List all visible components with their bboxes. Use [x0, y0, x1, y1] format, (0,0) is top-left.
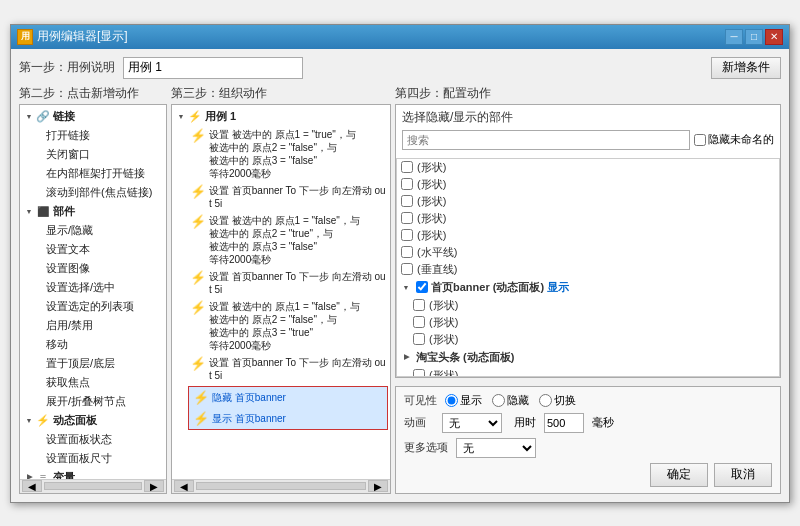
radio-toggle[interactable]: 切换: [539, 393, 576, 408]
maximize-button[interactable]: □: [745, 29, 763, 45]
hide-unnamed-checkbox[interactable]: [694, 134, 706, 146]
comp-item-3[interactable]: (形状): [397, 193, 779, 210]
time-label: 用时: [514, 415, 536, 430]
action-set-list-item[interactable]: 设置选定的列表项: [22, 297, 164, 316]
title-buttons: ─ □ ✕: [725, 29, 783, 45]
action-open-link[interactable]: 打开链接: [22, 126, 164, 145]
cancel-button[interactable]: 取消: [714, 463, 772, 487]
animation-select[interactable]: 无: [442, 413, 502, 433]
radio-show-input[interactable]: [445, 394, 458, 407]
scroll-right[interactable]: ▶: [144, 480, 164, 492]
comp-item-b2[interactable]: (形状): [397, 314, 779, 331]
comp-item-vline[interactable]: (垂直线): [397, 261, 779, 278]
radio-hide[interactable]: 隐藏: [492, 393, 529, 408]
comp-checkbox-2[interactable]: [401, 178, 413, 190]
comp-item-b1[interactable]: (形状): [397, 297, 779, 314]
comp-checkbox-b1[interactable]: [413, 299, 425, 311]
banner-section[interactable]: 首页banner (动态面板) 显示: [397, 278, 779, 297]
comp-checkbox-5[interactable]: [401, 229, 413, 241]
action-show-hide[interactable]: 显示/隐藏: [22, 221, 164, 240]
close-button[interactable]: ✕: [765, 29, 783, 45]
section-variable[interactable]: ≡ 变量: [22, 468, 164, 479]
comp-label-4: (形状): [417, 211, 446, 226]
action-top-bottom[interactable]: 置于顶层/底层: [22, 354, 164, 373]
comp-checkbox-b3[interactable]: [413, 333, 425, 345]
comp-item-t1[interactable]: (形状): [397, 367, 779, 377]
bolt-icon-1: ⚡: [190, 128, 206, 143]
action-set-panel-state-label: 设置面板状态: [46, 432, 112, 447]
action-enable-disable[interactable]: 启用/禁用: [22, 316, 164, 335]
step1-row: 第一步：用例说明 新增条件: [19, 57, 781, 79]
radio-hide-input[interactable]: [492, 394, 505, 407]
action-open-in-frame[interactable]: 在内部框架打开链接: [22, 164, 164, 183]
action-move[interactable]: 移动: [22, 335, 164, 354]
comp-checkbox-4[interactable]: [401, 212, 413, 224]
action-expand-tree[interactable]: 展开/折叠树节点: [22, 392, 164, 411]
time-input[interactable]: [544, 413, 584, 433]
section-parts[interactable]: ⬛ 部件: [22, 202, 164, 221]
action-item-2[interactable]: ⚡ 设置 首页banner To 下一步 向左滑动 out 5i: [188, 182, 388, 212]
search-input[interactable]: [402, 130, 690, 150]
comp-item-4[interactable]: (形状): [397, 210, 779, 227]
section-dynamic-panel[interactable]: ⚡ 动态面板: [22, 411, 164, 430]
radio-toggle-input[interactable]: [539, 394, 552, 407]
scroll-left[interactable]: ◀: [22, 480, 42, 492]
comp-item-hline[interactable]: (水平线): [397, 244, 779, 261]
action-item-7[interactable]: ⚡ 隐藏 首页banner: [189, 387, 387, 408]
action-scroll-to[interactable]: 滚动到部件(焦点链接): [22, 183, 164, 202]
scroll-right2[interactable]: ▶: [368, 480, 388, 492]
action-group-3: ⚡ 设置 被选中的 原点1 = "false"，与被选中的 原点2 = "fal…: [188, 298, 388, 384]
action-set-panel-size[interactable]: 设置面板尺寸: [22, 449, 164, 468]
action-item-3[interactable]: ⚡ 设置 被选中的 原点1 = "false"，与被选中的 原点2 = "tru…: [188, 212, 388, 268]
action-item-8[interactable]: ⚡ 显示 首页banner: [189, 408, 387, 429]
action-focus[interactable]: 获取焦点: [22, 373, 164, 392]
ok-button[interactable]: 确定: [650, 463, 708, 487]
step3-scrollbar[interactable]: ◀ ▶: [172, 479, 390, 493]
action-text-4: 设置 首页banner To 下一步 向左滑动 out 5i: [209, 270, 386, 296]
bottom-config: 可见性 显示 隐藏 切换: [395, 386, 781, 494]
more-options-select[interactable]: 无: [456, 438, 536, 458]
comp-checkbox-vline[interactable]: [401, 263, 413, 275]
root-icon: ⚡: [188, 109, 202, 123]
comp-item-b3[interactable]: (形状): [397, 331, 779, 348]
section-link[interactable]: 🔗 链接: [22, 107, 164, 126]
comp-checkbox-b2[interactable]: [413, 316, 425, 328]
hide-unnamed-label[interactable]: 隐藏未命名的: [694, 132, 774, 147]
action-item-4[interactable]: ⚡ 设置 首页banner To 下一步 向左滑动 out 5i: [188, 268, 388, 298]
step3-root[interactable]: ⚡ 用例 1: [174, 107, 388, 126]
comp-checkbox-3[interactable]: [401, 195, 413, 207]
action-text-2: 设置 首页banner To 下一步 向左滑动 out 5i: [209, 184, 386, 210]
action-set-panel-state[interactable]: 设置面板状态: [22, 430, 164, 449]
action-open-link-label: 打开链接: [46, 128, 90, 143]
action-set-list-item-label: 设置选定的列表项: [46, 299, 134, 314]
taobao-label: 淘宝头条 (动态面板): [416, 350, 514, 365]
action-set-text[interactable]: 设置文本: [22, 240, 164, 259]
action-item-1[interactable]: ⚡ 设置 被选中的 原点1 = "true"，与被选中的 原点2 = "fals…: [188, 126, 388, 182]
comp-checkbox-t1[interactable]: [413, 369, 425, 377]
visibility-radio-group: 显示 隐藏 切换: [445, 393, 576, 408]
action-set-selected[interactable]: 设置选择/选中: [22, 278, 164, 297]
step2-scrollbar[interactable]: ◀ ▶: [20, 479, 166, 493]
comp-checkbox-1[interactable]: [401, 161, 413, 173]
new-condition-button[interactable]: 新增条件: [711, 57, 781, 79]
radio-show[interactable]: 显示: [445, 393, 482, 408]
action-item-5[interactable]: ⚡ 设置 被选中的 原点1 = "false"，与被选中的 原点2 = "fal…: [188, 298, 388, 354]
comp-item-2[interactable]: (形状): [397, 176, 779, 193]
step1-input[interactable]: [123, 57, 303, 79]
scroll-left2[interactable]: ◀: [174, 480, 194, 492]
part-icon: ⬛: [36, 204, 50, 218]
action-open-in-frame-label: 在内部框架打开链接: [46, 166, 145, 181]
step3-panel-content: ⚡ 用例 1 ⚡ 设置 被选中的 原点1 = "true"，与被选中的 原点2 …: [172, 105, 390, 479]
comp-item-5[interactable]: (形状): [397, 227, 779, 244]
action-set-image[interactable]: 设置图像: [22, 259, 164, 278]
action-item-6[interactable]: ⚡ 设置 首页banner To 下一步 向左滑动 out 5i: [188, 354, 388, 384]
action-close-window[interactable]: 关闭窗口: [22, 145, 164, 164]
banner-checkbox[interactable]: [416, 281, 428, 293]
comp-label-b1: (形状): [429, 298, 458, 313]
root-label: 用例 1: [205, 109, 236, 124]
comp-item-1[interactable]: (形状): [397, 159, 779, 176]
title-bar-left: 用 用例编辑器[显示]: [17, 28, 128, 45]
taobao-section[interactable]: 淘宝头条 (动态面板): [397, 348, 779, 367]
comp-checkbox-hline[interactable]: [401, 246, 413, 258]
minimize-button[interactable]: ─: [725, 29, 743, 45]
